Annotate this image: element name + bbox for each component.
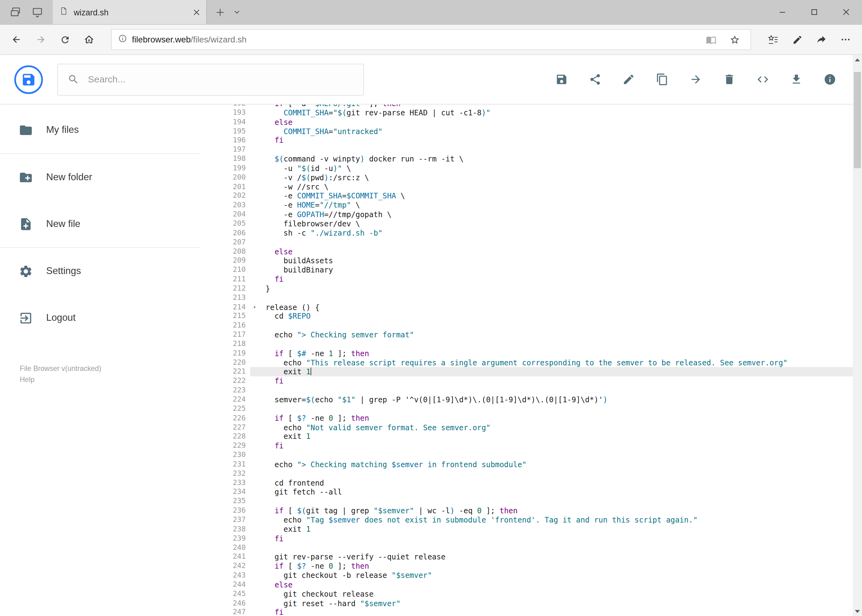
sidebar-item-logout[interactable]: Logout bbox=[0, 295, 201, 341]
code-text[interactable]: -e GOPATH=//tmp/gopath \ bbox=[259, 210, 862, 219]
code-text[interactable]: COMMIT_SHA="$(git rev-parse HEAD | cut -… bbox=[259, 108, 862, 118]
code-text[interactable]: fi bbox=[259, 376, 862, 386]
sidebar-item-new-file[interactable]: New file bbox=[0, 201, 201, 247]
code-text[interactable]: semver=$(echo "$1" | grep -P '^v(0|[1-9]… bbox=[259, 395, 862, 404]
code-text[interactable] bbox=[259, 145, 862, 154]
code-editor[interactable]: 192 if [ -d "$REPO/.git" ]; then193 COMM… bbox=[201, 104, 862, 616]
favorite-star-icon[interactable] bbox=[725, 35, 744, 45]
back-icon[interactable] bbox=[4, 27, 28, 52]
refresh-icon[interactable] bbox=[53, 27, 77, 52]
scroll-down-icon[interactable] bbox=[853, 607, 862, 616]
scroll-up-icon[interactable] bbox=[853, 55, 862, 64]
code-text[interactable]: -u "$(id -u)" \ bbox=[259, 163, 862, 173]
code-text[interactable] bbox=[259, 238, 862, 247]
code-text[interactable]: -e HOME="//tmp" \ bbox=[259, 201, 862, 210]
sidebar-item-my-files[interactable]: My files bbox=[0, 107, 201, 154]
code-text[interactable]: echo "Not valid semver format. See semve… bbox=[259, 423, 862, 432]
maximize-button[interactable] bbox=[798, 0, 830, 24]
code-text[interactable]: echo "> Checking semver format" bbox=[259, 330, 862, 339]
copy-icon[interactable] bbox=[651, 69, 673, 90]
code-text[interactable]: exit 1 bbox=[259, 367, 862, 376]
code-text[interactable]: if [ $# -ne 1 ]; then bbox=[259, 349, 862, 358]
code-text[interactable]: cd frontend bbox=[259, 478, 862, 487]
delete-icon[interactable] bbox=[719, 69, 739, 90]
code-text[interactable]: buildBinary bbox=[259, 266, 862, 275]
filebrowser-logo[interactable] bbox=[14, 65, 43, 94]
code-text[interactable] bbox=[259, 404, 862, 414]
code-text[interactable]: sh -c "./wizard.sh -b" bbox=[259, 228, 862, 238]
code-text[interactable]: exit 1 bbox=[259, 525, 862, 534]
code-text[interactable]: git checkout release bbox=[259, 589, 862, 599]
code-text[interactable]: $(command -v winpty) docker run --rm -it… bbox=[259, 154, 862, 163]
download-icon[interactable] bbox=[786, 69, 807, 90]
search-input[interactable] bbox=[88, 74, 354, 85]
share-icon[interactable] bbox=[809, 27, 834, 52]
more-menu-icon[interactable] bbox=[834, 27, 858, 52]
code-text[interactable] bbox=[259, 469, 862, 478]
code-text[interactable]: exit 1 bbox=[259, 432, 862, 441]
code-text[interactable]: -v /$(pwd):/src:z \ bbox=[259, 173, 862, 182]
sidebar-item-settings[interactable]: Settings bbox=[0, 248, 201, 295]
sidebar-item-new-folder[interactable]: New folder bbox=[0, 154, 201, 201]
close-window-button[interactable] bbox=[830, 0, 862, 24]
code-text[interactable]: fi bbox=[259, 136, 862, 145]
scrollbar-track[interactable] bbox=[853, 64, 862, 607]
tab-preview-icon[interactable] bbox=[32, 6, 43, 17]
site-info-icon[interactable] bbox=[118, 34, 127, 45]
code-text[interactable]: echo "Tag $semver does not exist in subm… bbox=[259, 515, 862, 525]
code-text[interactable]: git fetch --all bbox=[259, 487, 862, 497]
code-text[interactable] bbox=[259, 321, 862, 330]
code-text[interactable]: fi bbox=[259, 275, 862, 284]
search-box[interactable] bbox=[57, 63, 364, 95]
code-text[interactable] bbox=[259, 543, 862, 552]
code-text[interactable]: echo "> Checking matching $semver in fro… bbox=[259, 460, 862, 469]
save-icon[interactable] bbox=[551, 69, 572, 90]
share-icon[interactable] bbox=[585, 69, 605, 90]
code-text[interactable]: else bbox=[259, 118, 862, 127]
page-scrollbar[interactable] bbox=[853, 55, 862, 616]
reading-view-icon[interactable] bbox=[702, 35, 720, 45]
edit-icon[interactable] bbox=[618, 69, 639, 90]
code-text[interactable]: else bbox=[259, 580, 862, 589]
code-text[interactable]: fi bbox=[259, 608, 862, 616]
forward-icon[interactable] bbox=[28, 27, 53, 52]
code-text[interactable]: fi bbox=[259, 441, 862, 451]
address-bar[interactable]: filebrowser.web/files/wizard.sh bbox=[111, 29, 751, 50]
code-text[interactable]: cd $REPO bbox=[259, 312, 862, 321]
code-text[interactable]: -e COMMIT_SHA=$COMMIT_SHA \ bbox=[259, 191, 862, 201]
move-icon[interactable] bbox=[685, 69, 706, 90]
code-text[interactable] bbox=[259, 386, 862, 395]
code-text[interactable]: fi bbox=[259, 534, 862, 543]
fold-marker-icon[interactable]: ▾ bbox=[250, 303, 259, 312]
code-text[interactable] bbox=[259, 451, 862, 460]
home-icon[interactable] bbox=[77, 27, 101, 52]
info-icon[interactable] bbox=[819, 69, 840, 90]
code-text[interactable]: if [ -d "$REPO/.git" ]; then bbox=[259, 104, 862, 108]
code-text[interactable] bbox=[259, 497, 862, 506]
code-text[interactable]: filebrowser/dev \ bbox=[259, 219, 862, 228]
new-tab-button[interactable] bbox=[216, 7, 225, 17]
code-text[interactable]: } bbox=[259, 284, 862, 293]
code-text[interactable]: release () { bbox=[259, 303, 862, 312]
code-text[interactable]: git rev-parse --verify --quiet release bbox=[259, 552, 862, 561]
set-tabs-aside-icon[interactable] bbox=[10, 6, 21, 17]
code-text[interactable]: echo "This release script requires a sin… bbox=[259, 358, 862, 367]
hub-favorites-icon[interactable] bbox=[761, 27, 785, 52]
code-text[interactable]: git checkout -b release "$semver" bbox=[259, 571, 862, 580]
code-text[interactable]: else bbox=[259, 247, 862, 256]
browser-tab[interactable]: wizard.sh bbox=[53, 0, 207, 24]
minimize-button[interactable] bbox=[766, 0, 798, 24]
code-text[interactable]: if [ $? -ne 0 ]; then bbox=[259, 561, 862, 571]
code-text[interactable]: if [ $? -ne 0 ]; then bbox=[259, 414, 862, 423]
code-text[interactable]: -w //src \ bbox=[259, 182, 862, 191]
annotate-pen-icon[interactable] bbox=[785, 27, 809, 52]
code-icon[interactable] bbox=[752, 69, 773, 90]
tab-close-icon[interactable] bbox=[194, 9, 200, 15]
code-text[interactable]: COMMIT_SHA="untracked" bbox=[259, 127, 862, 136]
scrollbar-thumb[interactable] bbox=[854, 72, 861, 168]
tab-list-chevron-icon[interactable] bbox=[233, 8, 241, 17]
code-text[interactable] bbox=[259, 339, 862, 349]
code-text[interactable]: git reset --hard "$semver" bbox=[259, 599, 862, 608]
code-text[interactable] bbox=[259, 293, 862, 302]
code-text[interactable]: buildAssets bbox=[259, 256, 862, 266]
